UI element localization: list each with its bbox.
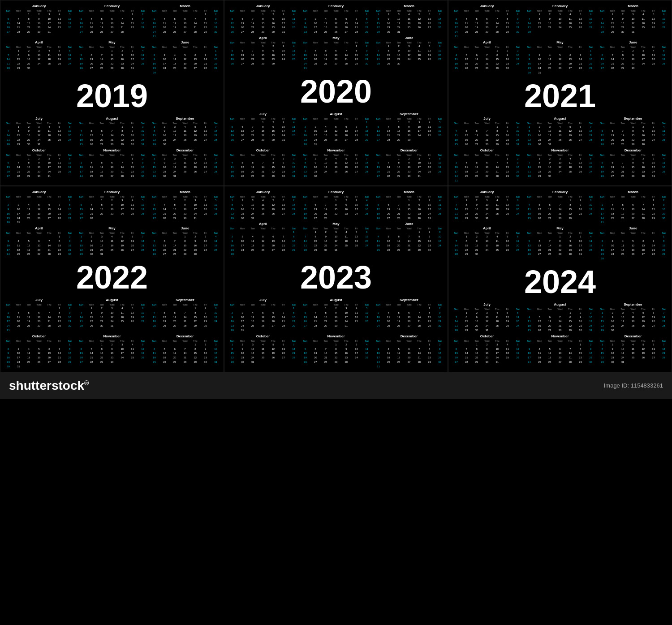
month-june: JuneSunMonTueWedThuFriSat123456789101112… xyxy=(149,226,221,257)
day-cell: 29 xyxy=(321,324,331,328)
day-cell: 29 xyxy=(461,252,472,257)
day-cell: 27 xyxy=(268,324,278,328)
day-cell: 10 xyxy=(648,161,659,165)
day-cell: 25 xyxy=(555,138,565,142)
day-cell: 13 xyxy=(331,53,341,58)
day-cell: 18 xyxy=(248,244,258,248)
day-cell: 8 xyxy=(502,161,513,165)
day-cell: 5 xyxy=(597,161,607,165)
day-header-mon: Mon xyxy=(86,195,97,198)
day-cell: 20 xyxy=(394,244,404,248)
day-cell: 30 xyxy=(310,174,321,179)
day-cell: 3 xyxy=(482,235,492,239)
day-cell: 3 xyxy=(351,343,362,347)
day-cell: 28 xyxy=(482,66,492,71)
day-cell: 10 xyxy=(13,351,24,356)
day-header-tue: Tue xyxy=(248,117,258,121)
month-july: JulySunMonTueWedThuFriSat123456789101112… xyxy=(451,116,523,147)
day-cell: 17 xyxy=(586,319,596,324)
empty-cell xyxy=(170,235,180,239)
day-cell: 30 xyxy=(331,324,341,328)
day-cell: 25 xyxy=(545,66,555,71)
day-header-fri: Fri xyxy=(502,153,513,157)
day-cell: 6 xyxy=(404,347,414,352)
empty-cell xyxy=(3,125,13,129)
month-february: FebruarySunMonTueWedThuFriSat12345678910… xyxy=(300,4,372,34)
month-december: DecemberSunMonTueWedThuFriSat12345678910… xyxy=(597,148,669,183)
day-cell: 11 xyxy=(524,319,534,324)
day-header-thu: Thu xyxy=(268,41,278,44)
day-cell: 12 xyxy=(502,239,513,244)
day-cell: 31 xyxy=(597,220,607,225)
day-header-thu: Thu xyxy=(638,9,648,13)
empty-cell xyxy=(159,49,170,53)
empty-cell xyxy=(482,125,492,129)
day-header-sat: Sat xyxy=(362,227,372,230)
day-cell: 7 xyxy=(482,129,492,134)
day-cell: 8 xyxy=(373,17,383,22)
day-header-mon: Mon xyxy=(607,307,618,311)
day-cell: 24 xyxy=(451,174,461,179)
day-cell: 26 xyxy=(138,356,148,360)
day-cell: 10 xyxy=(34,53,44,58)
day-cell: 12 xyxy=(227,129,237,134)
day-cell: 28 xyxy=(414,324,424,328)
day-cell: 13 xyxy=(534,244,545,248)
day-cell: 4 xyxy=(659,157,669,161)
day-cell: 28 xyxy=(648,252,659,257)
empty-cell xyxy=(414,306,424,311)
day-header-sat: Sat xyxy=(659,307,669,311)
day-header-wed: Wed xyxy=(331,9,341,13)
day-cell: 13 xyxy=(278,347,289,352)
day-header-mon: Mon xyxy=(13,121,24,125)
day-cell: 5 xyxy=(331,125,341,129)
day-header-fri: Fri xyxy=(424,195,435,198)
year-block-2024: JanuarySunMonTueWedThuFriSat123456789101… xyxy=(448,186,672,372)
day-header-tue: Tue xyxy=(394,339,404,343)
day-cell: 9 xyxy=(404,161,414,165)
day-cell: 28 xyxy=(321,216,331,221)
day-cell: 31 xyxy=(44,30,54,34)
day-cell: 30 xyxy=(180,216,190,221)
day-cell: 7 xyxy=(86,203,97,207)
day-cell: 15 xyxy=(424,315,435,320)
day-cell: 30 xyxy=(534,142,545,147)
day-cell: 5 xyxy=(65,13,75,17)
day-cell: 13 xyxy=(362,235,372,239)
day-cell: 22 xyxy=(227,356,237,360)
day-cell: 13 xyxy=(248,165,258,170)
day-cell: 15 xyxy=(127,165,138,170)
day-cell: 17 xyxy=(607,248,618,253)
day-cell: 14 xyxy=(394,207,404,212)
day-cell: 11 xyxy=(149,351,159,356)
day-cell: 28 xyxy=(258,174,268,179)
day-header-tue: Tue xyxy=(472,339,482,343)
day-cell: 14 xyxy=(200,57,211,62)
day-cell: 14 xyxy=(659,315,669,320)
day-cell: 21 xyxy=(461,356,472,360)
day-cell: 4 xyxy=(648,49,659,53)
day-header-wed: Wed xyxy=(331,153,341,157)
empty-cell xyxy=(524,343,534,347)
day-cell: 25 xyxy=(127,356,138,360)
day-cell: 12 xyxy=(461,134,472,138)
day-cell: 27 xyxy=(3,174,13,179)
empty-cell xyxy=(451,125,461,129)
day-cell: 23 xyxy=(586,356,596,360)
day-cell: 27 xyxy=(435,57,445,62)
year-label: 2023 xyxy=(227,258,445,297)
day-cell: 11 xyxy=(127,203,138,207)
day-header-sun: Sun xyxy=(597,195,607,198)
day-header-thu: Thu xyxy=(492,45,502,49)
day-cell: 20 xyxy=(97,138,107,142)
day-cell: 3 xyxy=(310,125,321,129)
day-cell: 20 xyxy=(76,212,86,216)
day-header-sat: Sat xyxy=(659,231,669,235)
empty-cell xyxy=(170,306,180,311)
day-cell: 6 xyxy=(76,347,86,352)
day-cell: 8 xyxy=(628,161,638,165)
empty-cell xyxy=(300,44,310,49)
empty-cell xyxy=(472,157,482,161)
day-cell: 22 xyxy=(502,26,513,30)
day-cell: 8 xyxy=(331,203,341,207)
